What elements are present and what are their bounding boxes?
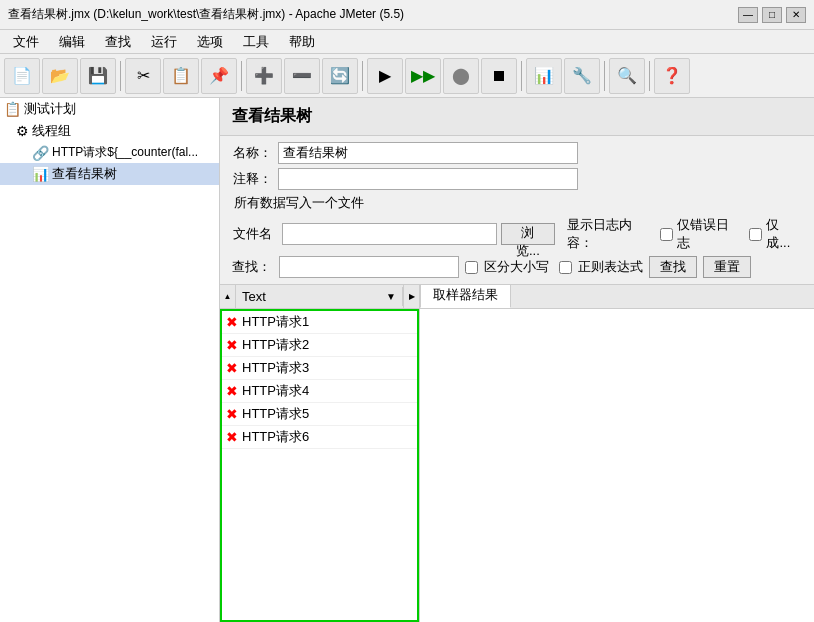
thread-group-label: 线程组 bbox=[32, 122, 71, 140]
tree-node-http-req[interactable]: 🔗 HTTP请求${__counter(fal... bbox=[0, 142, 219, 163]
result-item-2[interactable]: ✖ HTTP请求2 bbox=[222, 334, 417, 357]
stop-button[interactable]: ⬤ bbox=[443, 58, 479, 94]
save-button[interactable]: 💾 bbox=[80, 58, 116, 94]
result-area: ▲ Text ▼ ▶ ✖ HTTP请求1 ✖ bbox=[220, 285, 814, 622]
left-panel: 📋 测试计划 ⚙ 线程组 🔗 HTTP请求${__counter(fal... … bbox=[0, 98, 220, 622]
menu-file[interactable]: 文件 bbox=[4, 30, 48, 54]
regex-checkbox[interactable] bbox=[559, 261, 572, 274]
result-item-1[interactable]: ✖ HTTP请求1 bbox=[222, 311, 417, 334]
error-only-row: 仅错误日志 仅成... bbox=[660, 216, 802, 252]
open-button[interactable]: 📂 bbox=[42, 58, 78, 94]
tree-node-thread-group[interactable]: ⚙ 线程组 bbox=[0, 120, 219, 142]
close-button[interactable]: ✕ bbox=[786, 7, 806, 23]
search-label: 查找： bbox=[232, 258, 271, 276]
result-item-label-2: HTTP请求2 bbox=[242, 336, 309, 354]
comment-input[interactable] bbox=[278, 168, 578, 190]
case-sensitive-label: 区分大小写 bbox=[484, 258, 549, 276]
run-button[interactable]: ▶ bbox=[367, 58, 403, 94]
error-only-label: 仅错误日志 bbox=[677, 216, 740, 252]
result-list-header: ▲ Text ▼ ▶ bbox=[220, 285, 419, 309]
search-input[interactable] bbox=[279, 256, 459, 278]
minimize-button[interactable]: — bbox=[738, 7, 758, 23]
sep1 bbox=[120, 61, 121, 91]
tree-node-test-plan[interactable]: 📋 测试计划 bbox=[0, 98, 219, 120]
name-input[interactable] bbox=[278, 142, 578, 164]
result-item-5[interactable]: ✖ HTTP请求5 bbox=[222, 403, 417, 426]
vrt-title: 查看结果树 bbox=[232, 107, 312, 124]
test-plan-icon: 📋 bbox=[4, 101, 21, 117]
up-arrow-icon: ▲ bbox=[224, 292, 232, 301]
result-item-4[interactable]: ✖ HTTP请求4 bbox=[222, 380, 417, 403]
comment-label: 注释： bbox=[232, 170, 272, 188]
error-only-checkbox[interactable] bbox=[660, 228, 673, 241]
run-all-button[interactable]: ▶▶ bbox=[405, 58, 441, 94]
menu-bar: 文件 编辑 查找 运行 选项 工具 帮助 bbox=[0, 30, 814, 54]
thread-group-icon: ⚙ bbox=[16, 123, 29, 139]
menu-edit[interactable]: 编辑 bbox=[50, 30, 94, 54]
title-text: 查看结果树.jmx (D:\kelun_work\test\查看结果树.jmx)… bbox=[8, 6, 404, 23]
menu-search[interactable]: 查找 bbox=[96, 30, 140, 54]
error-only2-label: 仅成... bbox=[766, 216, 802, 252]
file-row: 文件名 浏览... 显示日志内容： 仅错误日志 仅成... bbox=[232, 216, 802, 252]
expand-col-btn[interactable]: ▶ bbox=[403, 285, 419, 309]
expand-icon: ▶ bbox=[409, 292, 415, 301]
tree-node-view-result-tree[interactable]: 📊 查看结果树 bbox=[0, 163, 219, 185]
view-result-tree-label: 查看结果树 bbox=[52, 165, 117, 183]
clipboard-button[interactable]: 📊 bbox=[526, 58, 562, 94]
toggle-button[interactable]: 🔄 bbox=[322, 58, 358, 94]
sort-arrow-icon: ▼ bbox=[386, 291, 396, 302]
result-item-3[interactable]: ✖ HTTP请求3 bbox=[222, 357, 417, 380]
sep6 bbox=[649, 61, 650, 91]
result-detail-tabs: 取样器结果 bbox=[420, 285, 814, 309]
main-layout: 📋 测试计划 ⚙ 线程组 🔗 HTTP请求${__counter(fal... … bbox=[0, 98, 814, 622]
error-icon-3: ✖ bbox=[226, 360, 238, 376]
log-display-label: 显示日志内容： bbox=[567, 216, 656, 252]
menu-options[interactable]: 选项 bbox=[188, 30, 232, 54]
search-row: 查找： 区分大小写 正则表达式 查找 重置 bbox=[232, 256, 802, 278]
all-data-label: 所有数据写入一个文件 bbox=[234, 194, 364, 212]
sep4 bbox=[521, 61, 522, 91]
title-bar: 查看结果树.jmx (D:\kelun_work\test\查看结果树.jmx)… bbox=[0, 0, 814, 30]
search-button[interactable]: 查找 bbox=[649, 256, 697, 278]
result-item-label-6: HTTP请求6 bbox=[242, 428, 309, 446]
search-tool-button[interactable]: 🔍 bbox=[609, 58, 645, 94]
menu-run[interactable]: 运行 bbox=[142, 30, 186, 54]
http-req-label: HTTP请求${__counter(fal... bbox=[52, 144, 198, 161]
error-icon-2: ✖ bbox=[226, 337, 238, 353]
scroll-up-btn[interactable]: ▲ bbox=[220, 285, 236, 309]
menu-help[interactable]: 帮助 bbox=[280, 30, 324, 54]
browse-button[interactable]: 浏览... bbox=[501, 223, 555, 245]
paste-button[interactable]: 📌 bbox=[201, 58, 237, 94]
file-input[interactable] bbox=[282, 223, 497, 245]
error-only2-checkbox[interactable] bbox=[749, 228, 762, 241]
tool1-button[interactable]: 🔧 bbox=[564, 58, 600, 94]
result-detail-content bbox=[420, 309, 814, 622]
error-icon-1: ✖ bbox=[226, 314, 238, 330]
reset-button[interactable]: 重置 bbox=[703, 256, 751, 278]
tab-sampler-result[interactable]: 取样器结果 bbox=[420, 285, 511, 308]
result-items: ✖ HTTP请求1 ✖ HTTP请求2 ✖ HTTP请求3 ✖ HTTP请求4 bbox=[220, 309, 419, 622]
view-result-tree-icon: 📊 bbox=[32, 166, 49, 182]
menu-tools[interactable]: 工具 bbox=[234, 30, 278, 54]
stop-all-button[interactable]: ⏹ bbox=[481, 58, 517, 94]
new-button[interactable]: 📄 bbox=[4, 58, 40, 94]
all-data-row: 所有数据写入一个文件 bbox=[232, 194, 802, 212]
tab-sampler-result-label: 取样器结果 bbox=[433, 287, 498, 302]
error-icon-5: ✖ bbox=[226, 406, 238, 422]
cut-button[interactable]: ✂ bbox=[125, 58, 161, 94]
result-detail-panel: 取样器结果 bbox=[420, 285, 814, 622]
error-icon-6: ✖ bbox=[226, 429, 238, 445]
title-controls: — □ ✕ bbox=[738, 7, 806, 23]
error-icon-4: ✖ bbox=[226, 383, 238, 399]
copy-button[interactable]: 📋 bbox=[163, 58, 199, 94]
http-req-icon: 🔗 bbox=[32, 145, 49, 161]
maximize-button[interactable]: □ bbox=[762, 7, 782, 23]
sep3 bbox=[362, 61, 363, 91]
result-item-label-1: HTTP请求1 bbox=[242, 313, 309, 331]
expand-button[interactable]: ➕ bbox=[246, 58, 282, 94]
collapse-button[interactable]: ➖ bbox=[284, 58, 320, 94]
help-button[interactable]: ❓ bbox=[654, 58, 690, 94]
result-item-6[interactable]: ✖ HTTP请求6 bbox=[222, 426, 417, 449]
case-sensitive-checkbox[interactable] bbox=[465, 261, 478, 274]
result-item-label-5: HTTP请求5 bbox=[242, 405, 309, 423]
